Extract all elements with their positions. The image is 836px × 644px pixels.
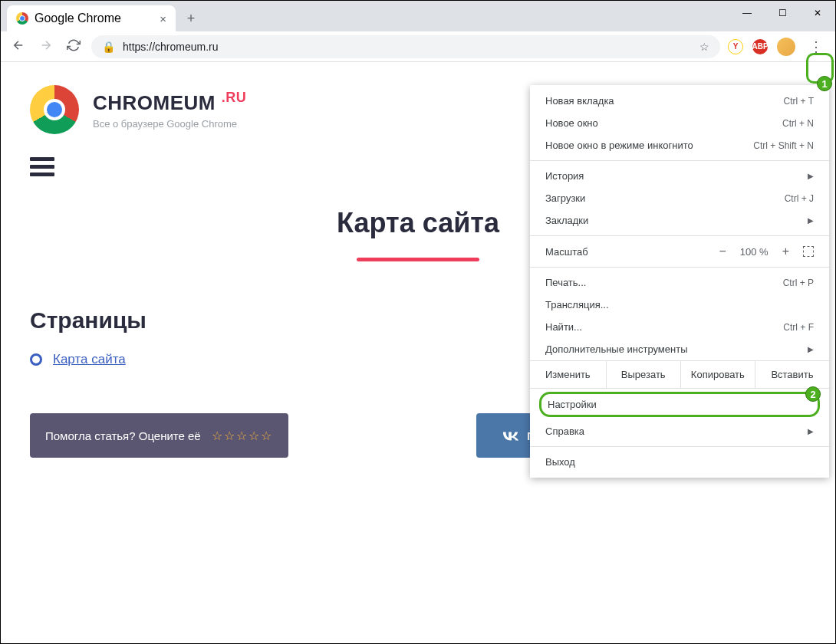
bookmark-star-icon[interactable]: ☆ [699, 41, 709, 53]
menu-separator [530, 446, 829, 447]
forward-button[interactable] [36, 35, 56, 58]
menu-cast[interactable]: Трансляция... [530, 294, 829, 316]
edit-label: Изменить [530, 361, 606, 388]
sitemap-link[interactable]: Карта сайта [53, 352, 126, 367]
vk-icon [502, 430, 519, 441]
menu-new-tab[interactable]: Новая вкладкаCtrl + T [530, 90, 829, 112]
menu-help[interactable]: Справка▶ [530, 420, 829, 442]
zoom-label: Масштаб [545, 246, 588, 258]
highlight-settings: Настройки 2 [539, 392, 820, 417]
tab-title: Google Chrome [35, 12, 121, 25]
browser-toolbar: 🔒 https://chromeum.ru ☆ Y ABP ⋮ [1, 31, 835, 62]
paste-button[interactable]: Вставить [755, 361, 829, 388]
menu-zoom: Масштаб − 100 % + [530, 240, 829, 263]
menu-settings[interactable]: Настройки [548, 397, 811, 412]
callout-badge-2: 2 [805, 386, 821, 402]
menu-separator [530, 267, 829, 268]
menu-downloads[interactable]: ЗагрузкиCtrl + J [530, 187, 829, 209]
chrome-favicon-icon [16, 12, 28, 25]
address-bar[interactable]: 🔒 https://chromeum.ru ☆ [91, 35, 720, 58]
cut-button[interactable]: Вырезать [606, 361, 680, 388]
fullscreen-icon[interactable] [803, 246, 814, 257]
rating-text: Помогла статья? Оцените её [45, 429, 201, 442]
window-controls: — ☐ ✕ [729, 1, 835, 25]
menu-new-window[interactable]: Новое окноCtrl + N [530, 112, 829, 134]
maximize-button[interactable]: ☐ [765, 1, 800, 25]
reload-button[interactable] [64, 35, 84, 58]
zoom-value: 100 % [740, 246, 769, 258]
chevron-right-icon: ▶ [808, 345, 814, 353]
chevron-right-icon: ▶ [808, 427, 814, 435]
chrome-menu: Новая вкладкаCtrl + T Новое окноCtrl + N… [530, 85, 829, 478]
callout-badge-1: 1 [817, 76, 832, 91]
title-underline [357, 258, 479, 261]
url-text: https://chromeum.ru [123, 41, 219, 53]
browser-tab[interactable]: Google Chrome × [7, 5, 176, 31]
rating-box[interactable]: Помогла статья? Оцените её ☆☆☆☆☆ [30, 413, 288, 458]
rating-stars[interactable]: ☆☆☆☆☆ [212, 429, 273, 443]
brand-tagline: Все о браузере Google Chrome [93, 118, 246, 130]
zoom-out-button[interactable]: − [719, 245, 726, 258]
window-titlebar: Google Chrome × + — ☐ ✕ [1, 1, 835, 31]
copy-button[interactable]: Копировать [680, 361, 755, 388]
close-window-button[interactable]: ✕ [800, 1, 835, 25]
chevron-right-icon: ▶ [808, 216, 814, 225]
menu-incognito[interactable]: Новое окно в режиме инкогнитоCtrl + Shif… [530, 134, 829, 156]
menu-exit[interactable]: Выход [530, 451, 829, 473]
zoom-in-button[interactable]: + [782, 245, 789, 258]
menu-edit-row: Изменить Вырезать Копировать Вставить [530, 360, 829, 389]
adblock-extension-icon[interactable]: ABP [752, 39, 768, 54]
brand-title: CHROMEUM .RU [93, 90, 246, 115]
chrome-logo-icon [30, 85, 79, 134]
close-tab-icon[interactable]: × [160, 12, 166, 25]
menu-bookmarks[interactable]: Закладки▶ [530, 209, 829, 232]
menu-history[interactable]: История▶ [530, 165, 829, 187]
menu-find[interactable]: Найти...Ctrl + F [530, 316, 829, 338]
minimize-button[interactable]: — [729, 1, 765, 25]
yandex-extension-icon[interactable]: Y [728, 39, 743, 54]
new-tab-button[interactable]: + [180, 8, 202, 29]
menu-separator [530, 235, 829, 236]
chevron-right-icon: ▶ [808, 172, 814, 180]
bullet-icon [30, 353, 42, 366]
lock-icon: 🔒 [102, 41, 115, 53]
menu-more-tools[interactable]: Дополнительные инструменты▶ [530, 338, 829, 360]
profile-avatar[interactable] [777, 38, 795, 56]
menu-separator [530, 160, 829, 161]
menu-print[interactable]: Печать...Ctrl + P [530, 271, 829, 294]
back-button[interactable] [8, 35, 28, 58]
